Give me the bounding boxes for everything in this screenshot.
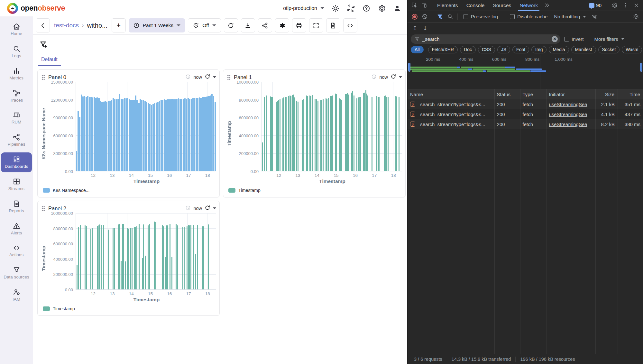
chip-js[interactable]: JS bbox=[497, 46, 510, 53]
devtools-settings-button[interactable] bbox=[610, 1, 619, 10]
tab-default[interactable]: Default bbox=[38, 55, 61, 66]
column-header-size[interactable]: Size bbox=[595, 92, 617, 97]
clear-network-button[interactable] bbox=[420, 13, 429, 21]
devtools-tab-console[interactable]: Console bbox=[462, 0, 489, 11]
panel-drag-handle[interactable] bbox=[41, 206, 45, 211]
help-button[interactable] bbox=[362, 4, 371, 13]
throttling-select[interactable]: No throttling bbox=[554, 14, 586, 19]
more-tabs-button[interactable] bbox=[542, 1, 552, 10]
back-button[interactable] bbox=[36, 18, 50, 32]
sidebar-item-data-sources[interactable]: Data sources bbox=[1, 263, 32, 283]
search-network-button[interactable] bbox=[445, 13, 455, 21]
sidebar-item-metrics[interactable]: Metrics bbox=[1, 64, 32, 84]
more-filters-button[interactable]: More filters bbox=[594, 36, 624, 42]
auto-refresh-select[interactable]: Off bbox=[188, 18, 221, 32]
chip-wasm[interactable]: Wasm bbox=[622, 46, 642, 53]
panel-drag-handle[interactable] bbox=[41, 75, 45, 80]
request-row[interactable]: {}_search_stream?type=logs&s... 200 fetc… bbox=[408, 119, 643, 129]
sidebar-item-home[interactable]: Home bbox=[1, 20, 32, 40]
filter-toggle-button[interactable] bbox=[435, 13, 445, 21]
column-header-initiator[interactable]: Initiator bbox=[546, 92, 595, 97]
slack-button[interactable] bbox=[347, 4, 355, 13]
network-settings-button[interactable] bbox=[631, 13, 640, 21]
profile-button[interactable] bbox=[393, 4, 401, 13]
breadcrumb-dashboard-link[interactable]: test-docs bbox=[54, 22, 79, 29]
clear-filter-button[interactable]: ✕ bbox=[552, 36, 558, 42]
sidebar-item-rum[interactable]: RUM bbox=[1, 108, 32, 128]
column-header-name[interactable]: Name bbox=[408, 92, 494, 97]
json-view-button[interactable] bbox=[326, 18, 340, 32]
request-initiator-link[interactable]: useStreamingSea bbox=[549, 122, 587, 127]
panel-drag-handle[interactable] bbox=[227, 75, 231, 80]
network-conditions-button[interactable] bbox=[589, 13, 599, 21]
sidebar-item-reports[interactable]: Reports bbox=[1, 197, 32, 217]
chip-doc[interactable]: Doc bbox=[460, 46, 476, 53]
plot-area[interactable] bbox=[76, 82, 216, 171]
add-panel-button[interactable]: + bbox=[112, 18, 126, 32]
devtools-menu-button[interactable] bbox=[620, 1, 630, 10]
plot-area[interactable] bbox=[261, 82, 402, 171]
panel-refresh-button[interactable] bbox=[390, 74, 396, 81]
refresh-button[interactable] bbox=[224, 18, 238, 32]
export-har-button[interactable]: ↧ bbox=[421, 24, 429, 32]
theme-toggle-button[interactable] bbox=[331, 4, 340, 13]
inspect-element-button[interactable] bbox=[409, 1, 419, 10]
sidebar-item-dashboards[interactable]: Dashboards bbox=[1, 152, 32, 172]
request-initiator-link[interactable]: useStreamingSea bbox=[549, 102, 587, 107]
chart-legend[interactable]: K8s Namespace... bbox=[41, 186, 216, 195]
request-initiator-link[interactable]: useStreamingSea bbox=[549, 112, 587, 117]
disable-cache-checkbox[interactable]: Disable cache bbox=[510, 14, 547, 19]
overview-drag-handle[interactable] bbox=[408, 63, 410, 72]
record-stop-button[interactable] bbox=[412, 14, 418, 20]
request-row[interactable]: {}_search_stream?type=logs&s... 200 fetc… bbox=[408, 109, 643, 119]
devtools-tab-sources[interactable]: Sources bbox=[489, 0, 516, 11]
devtools-tab-elements[interactable]: Elements bbox=[433, 0, 462, 11]
network-filter-input[interactable]: _search ✕ bbox=[411, 34, 560, 44]
chip-media[interactable]: Media bbox=[549, 46, 569, 53]
devtools-close-button[interactable] bbox=[631, 1, 641, 10]
chip-all[interactable]: All bbox=[411, 46, 424, 53]
chip-socket[interactable]: Socket bbox=[598, 46, 620, 53]
sidebar-item-streams[interactable]: Streams bbox=[1, 175, 32, 195]
overview-drag-handle[interactable] bbox=[640, 63, 642, 72]
print-button[interactable] bbox=[292, 18, 306, 32]
panel-refresh-button[interactable] bbox=[205, 74, 210, 81]
panel-menu-button[interactable] bbox=[213, 207, 216, 209]
chart-legend[interactable]: Timestamp bbox=[41, 304, 216, 314]
panel-menu-button[interactable] bbox=[213, 76, 216, 78]
sidebar-item-logs[interactable]: Logs bbox=[1, 42, 32, 62]
chip-font[interactable]: Font bbox=[512, 46, 529, 53]
request-row[interactable]: {}_search_stream?type=logs&s... 200 fetc… bbox=[408, 99, 643, 109]
organization-select[interactable]: otlp-production bbox=[283, 5, 324, 11]
preserve-log-checkbox[interactable]: Preserve log bbox=[464, 14, 498, 19]
time-range-select[interactable]: Past 1 Weeks bbox=[129, 18, 185, 32]
share-button[interactable] bbox=[258, 18, 272, 32]
variables-button[interactable] bbox=[343, 18, 357, 32]
sidebar-item-actions[interactable]: Actions bbox=[1, 241, 32, 261]
chart-legend[interactable]: Timestamp bbox=[226, 186, 402, 195]
add-filter-button[interactable] bbox=[39, 41, 49, 50]
invert-checkbox[interactable]: Invert bbox=[564, 36, 584, 42]
device-toolbar-button[interactable] bbox=[419, 1, 429, 10]
column-header-type[interactable]: Type bbox=[520, 92, 547, 97]
export-button[interactable] bbox=[241, 18, 255, 32]
column-header-status[interactable]: Status bbox=[494, 92, 520, 97]
sidebar-item-pipelines[interactable]: Pipelines bbox=[1, 130, 32, 150]
panel-menu-button[interactable] bbox=[399, 76, 402, 78]
chip-img[interactable]: Img bbox=[531, 46, 547, 53]
devtools-tab-network[interactable]: Network bbox=[515, 0, 542, 11]
openobserve-logo[interactable]: openobserve bbox=[7, 3, 65, 14]
sidebar-item-traces[interactable]: Traces bbox=[1, 86, 32, 106]
chip-css[interactable]: CSS bbox=[478, 46, 495, 53]
fullscreen-button[interactable] bbox=[309, 18, 323, 32]
sidebar-item-alerts[interactable]: Alerts bbox=[1, 219, 32, 239]
network-overview-timeline[interactable]: 200 ms400 ms600 ms800 ms1,000 ms bbox=[408, 55, 643, 89]
sidebar-item-iam[interactable]: IAM bbox=[1, 285, 32, 305]
chip-fetchxhr[interactable]: Fetch/XHR bbox=[428, 46, 458, 53]
plot-area[interactable] bbox=[76, 213, 216, 290]
panel-refresh-button[interactable] bbox=[205, 205, 210, 212]
issues-button[interactable]: 90 bbox=[589, 3, 602, 8]
dashboard-settings-button[interactable] bbox=[275, 18, 289, 32]
settings-button[interactable] bbox=[378, 4, 386, 13]
chip-manifest[interactable]: Manifest bbox=[571, 46, 596, 53]
